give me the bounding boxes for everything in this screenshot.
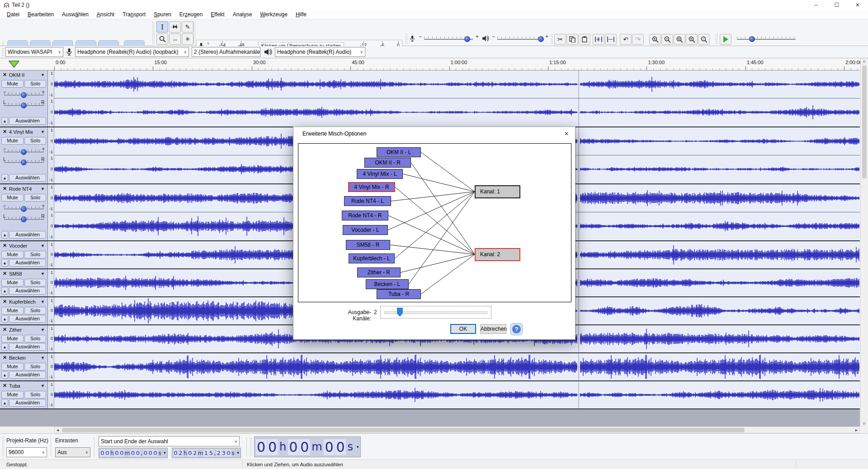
track-close-icon[interactable]: ✕ — [1, 382, 8, 389]
recording-device-select[interactable]: Headphone (Realtek(R) Audio) (loopback)∨ — [75, 47, 189, 57]
track-close-icon[interactable]: ✕ — [1, 71, 8, 78]
select-track-button[interactable]: Auswählen — [9, 259, 46, 267]
selection-mode-select[interactable]: Start und Ende der Auswahl∨ — [99, 436, 240, 446]
select-track-button[interactable]: Auswählen — [9, 231, 46, 239]
menu-werkzeuge[interactable]: Werkzeuge — [256, 10, 291, 19]
solo-button[interactable]: Solo — [24, 80, 46, 88]
channel-button-tubar[interactable]: Tuba - R — [377, 289, 421, 299]
track-control-panel[interactable]: ✕Tuba▼MuteSolo▲Auswählen — [0, 381, 48, 408]
close-button[interactable]: ✕ — [847, 0, 868, 10]
track-name-menu[interactable]: SM58▼ — [9, 270, 46, 277]
snap-select[interactable]: Aus∨ — [55, 447, 90, 457]
playback-device-select[interactable]: Headphone (Realtek(R) Audio)∨ — [275, 47, 365, 57]
gain-slider[interactable]: −+ — [2, 146, 46, 155]
maximize-button[interactable]: ☐ — [826, 0, 847, 10]
track-close-icon[interactable]: ✕ — [1, 128, 8, 135]
vertical-scrollbar[interactable]: ∧ ∨ — [860, 58, 868, 427]
track-name-menu[interactable]: Becken▼ — [9, 354, 46, 361]
channel-button-kupferblechl[interactable]: Kupferblech - L — [349, 253, 395, 263]
pan-knob[interactable] — [21, 216, 27, 222]
track-name-menu[interactable]: Rode NT4▼ — [9, 185, 46, 192]
pinned-play-head-icon[interactable] — [8, 60, 20, 68]
menu-spuren[interactable]: Spuren — [150, 10, 175, 19]
solo-button[interactable]: Solo — [24, 363, 46, 371]
track-close-icon[interactable]: ✕ — [1, 242, 8, 249]
solo-button[interactable]: Solo — [24, 137, 46, 145]
output-channel-1[interactable]: Kanal: 1 — [475, 185, 520, 198]
channel-button-vocoderl[interactable]: Vocoder - L — [343, 225, 388, 235]
selection-tool[interactable]: I — [156, 21, 168, 33]
mute-button[interactable]: Mute — [1, 279, 24, 286]
track-control-panel[interactable]: ✕4 Vinyl Mix▼MuteSolo−+LR▲Auswählen — [0, 127, 48, 183]
mute-button[interactable]: Mute — [1, 307, 24, 314]
output-channels-slider[interactable] — [380, 306, 491, 319]
zoom-project-button[interactable] — [686, 34, 698, 45]
vertical-ruler[interactable]: 10-110-1 — [48, 184, 54, 240]
track-name-menu[interactable]: Kupferblech▼ — [9, 298, 46, 305]
slider-thumb[interactable] — [397, 308, 403, 317]
cut-button[interactable]: ✂ — [554, 34, 566, 45]
time-toolbar-grip[interactable] — [250, 437, 252, 456]
selection-toolbar-grip[interactable] — [2, 436, 5, 457]
solo-button[interactable]: Solo — [24, 251, 46, 258]
trim-audio-button[interactable] — [593, 34, 604, 45]
project-rate-select[interactable]: 96000∨ — [6, 447, 47, 457]
copy-button[interactable] — [566, 34, 578, 45]
menu-analyse[interactable]: Analyse — [229, 10, 256, 19]
paste-button[interactable] — [579, 34, 590, 45]
solo-button[interactable]: Solo — [24, 307, 46, 314]
playback-volume-slider-thumb[interactable] — [538, 36, 544, 42]
waveform-area[interactable] — [54, 381, 860, 408]
menu-datei[interactable]: Datei — [3, 10, 24, 19]
track-name-menu[interactable]: Vocoder▼ — [9, 242, 46, 249]
collapse-track-icon[interactable]: ▲ — [1, 287, 8, 295]
track-name-menu[interactable]: Zither▼ — [9, 326, 46, 333]
mixer-toolbar-grip[interactable] — [405, 33, 408, 44]
track-control-panel[interactable]: ✕Kupferblech▼MuteSolo▲Auswählen — [0, 297, 48, 324]
record-volume-slider[interactable] — [424, 39, 473, 40]
track-close-icon[interactable]: ✕ — [1, 270, 8, 277]
collapse-track-icon[interactable]: ▲ — [1, 259, 8, 267]
channel-button-rodent4r[interactable]: Rode NT4 - R — [342, 211, 388, 220]
recording-channels-select[interactable]: 2 (Stereo) Aufnahmekanäle∨ — [192, 47, 260, 57]
pan-slider[interactable]: LR — [2, 213, 46, 222]
scroll-down-icon[interactable]: ∨ — [863, 421, 866, 426]
zoom-toggle-button[interactable] — [698, 34, 710, 45]
channel-button-zitherr[interactable]: Zither - R — [357, 267, 401, 277]
vertical-ruler[interactable]: 10-1 — [48, 325, 54, 352]
output-channel-2[interactable]: Kanal: 2 — [475, 248, 520, 261]
scroll-right-icon[interactable]: ► — [854, 428, 859, 432]
select-track-button[interactable]: Auswählen — [9, 371, 46, 379]
solo-button[interactable]: Solo — [24, 194, 46, 202]
select-track-button[interactable]: Auswählen — [9, 399, 46, 407]
audio-position-time[interactable]: 00h00m00s▼ — [254, 436, 361, 457]
gain-knob[interactable] — [21, 92, 27, 98]
track-close-icon[interactable]: ✕ — [1, 326, 8, 333]
playback-volume-slider[interactable] — [497, 39, 542, 40]
scroll-left-icon[interactable]: ◄ — [56, 428, 60, 432]
collapse-track-icon[interactable]: ▲ — [1, 343, 8, 351]
mute-button[interactable]: Mute — [1, 363, 24, 371]
mute-button[interactable]: Mute — [1, 194, 24, 202]
select-track-button[interactable]: Auswählen — [9, 343, 46, 351]
select-track-button[interactable]: Auswählen — [9, 287, 46, 295]
channel-button-4vinylmixr[interactable]: 4 Vinyl Mix - R — [348, 182, 395, 192]
waveform-channel[interactable] — [54, 354, 860, 380]
meter-toolbar-grip[interactable] — [193, 21, 196, 45]
pan-slider[interactable]: LR — [2, 156, 46, 165]
ok-button[interactable]: OK — [450, 324, 476, 334]
gain-knob[interactable] — [21, 206, 27, 212]
mute-button[interactable]: Mute — [1, 251, 24, 258]
select-track-button[interactable]: Auswählen — [9, 315, 46, 323]
solo-button[interactable]: Solo — [24, 391, 46, 399]
timeshift-tool[interactable]: ↔ — [169, 33, 181, 45]
envelope-tool[interactable] — [169, 21, 181, 33]
play-speed-slider[interactable] — [737, 39, 796, 40]
track-name-menu[interactable]: 4 Vinyl Mix▼ — [9, 128, 46, 136]
time-field-chevron-icon[interactable]: ▼ — [356, 445, 359, 449]
track-control-panel[interactable]: ✕Rode NT4▼MuteSolo−+LR▲Auswählen — [0, 184, 48, 240]
solo-button[interactable]: Solo — [24, 335, 46, 342]
solo-button[interactable]: Solo — [24, 279, 46, 286]
mute-button[interactable]: Mute — [1, 335, 24, 342]
track-close-icon[interactable]: ✕ — [1, 298, 8, 305]
